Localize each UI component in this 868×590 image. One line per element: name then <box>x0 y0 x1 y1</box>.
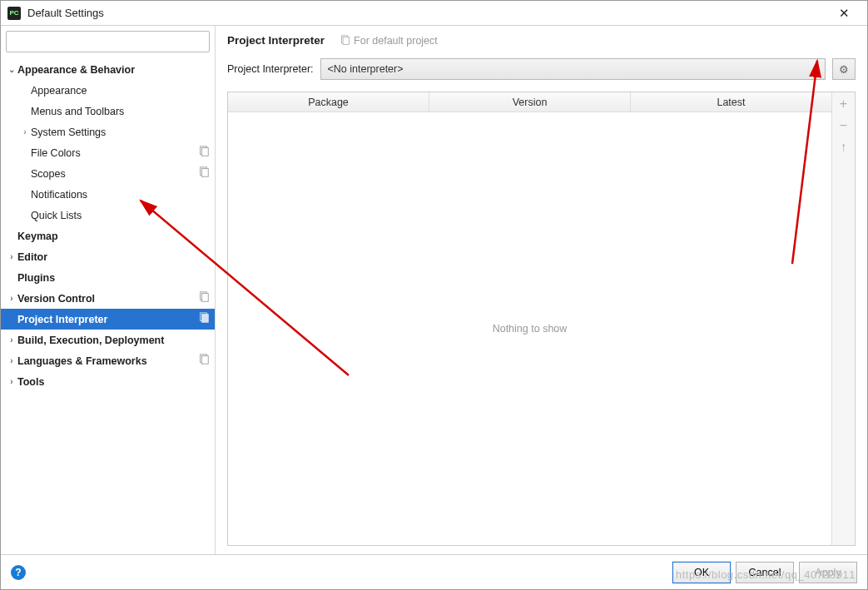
tree-item-editor[interactable]: ›Editor <box>1 246 215 267</box>
plus-icon: + <box>840 97 847 112</box>
copy-icon <box>198 166 210 181</box>
window-title: Default Settings <box>27 7 827 19</box>
chevron-down-icon: ⌄ <box>6 65 17 74</box>
tree-item-tools[interactable]: ›Tools <box>1 371 215 392</box>
tree-item-label: Notifications <box>31 189 210 201</box>
tree-item-build-execution-deployment[interactable]: ›Build, Execution, Deployment <box>1 330 215 350</box>
settings-tree: ⌄Appearance & BehaviorAppearanceMenus an… <box>1 57 215 554</box>
upgrade-package-button[interactable]: ↑ <box>836 139 852 156</box>
chevron-right-icon: › <box>6 252 17 261</box>
settings-search-input[interactable] <box>6 31 210 52</box>
chevron-right-icon: › <box>6 294 17 303</box>
col-package[interactable]: Package <box>228 92 429 112</box>
copy-icon <box>198 354 210 368</box>
tree-item-languages-frameworks[interactable]: ›Languages & Frameworks <box>1 350 215 371</box>
page-title: Project Interpreter <box>227 34 325 47</box>
tree-item-label: Appearance & Behavior <box>17 64 210 76</box>
tree-item-label: Project Interpreter <box>17 314 198 325</box>
tree-item-appearance-behavior[interactable]: ⌄Appearance & Behavior <box>1 59 215 80</box>
minus-icon: − <box>840 118 847 133</box>
tree-item-project-interpreter[interactable]: Project Interpreter <box>1 309 215 330</box>
tree-item-label: Appearance <box>31 85 210 97</box>
copy-icon <box>198 146 210 160</box>
tree-item-label: Version Control <box>17 293 198 305</box>
svg-rect-7 <box>201 315 208 323</box>
cancel-button[interactable]: Cancel <box>736 562 794 583</box>
tree-item-scopes[interactable]: Scopes <box>1 163 215 184</box>
packages-table: Package Version Latest Nothing to show <box>228 92 831 545</box>
tree-item-plugins[interactable]: Plugins <box>1 267 215 288</box>
chevron-right-icon: › <box>6 377 17 386</box>
ok-button[interactable]: OK <box>672 562 731 583</box>
page-subtitle: For default project <box>340 35 438 47</box>
tree-item-label: Tools <box>17 376 210 388</box>
tree-item-label: Quick Lists <box>31 210 210 221</box>
col-latest[interactable]: Latest <box>631 92 831 112</box>
tree-item-notifications[interactable]: Notifications <box>1 184 215 205</box>
tree-item-label: Editor <box>17 251 210 263</box>
tree-item-label: Menus and Toolbars <box>31 106 210 117</box>
tree-item-label: Scopes <box>31 168 198 180</box>
interpreter-settings-button[interactable]: ⚙ <box>832 58 856 80</box>
svg-rect-3 <box>201 169 208 177</box>
tree-item-label: Languages & Frameworks <box>17 355 198 367</box>
chevron-down-icon: ▾ <box>814 65 818 74</box>
tree-item-version-control[interactable]: ›Version Control <box>1 288 215 309</box>
app-icon: PC <box>7 7 21 20</box>
tree-item-system-settings[interactable]: ›System Settings <box>1 121 215 142</box>
chevron-right-icon: › <box>6 356 17 365</box>
close-icon[interactable]: ✕ <box>827 6 861 21</box>
help-button[interactable]: ? <box>11 565 26 580</box>
tree-item-label: System Settings <box>31 126 210 138</box>
svg-rect-9 <box>201 356 208 364</box>
interpreter-dropdown[interactable]: <No interpreter> ▾ <box>320 58 826 80</box>
empty-text: Nothing to show <box>493 323 568 335</box>
tree-item-appearance[interactable]: Appearance <box>1 80 215 101</box>
tree-item-menus-and-toolbars[interactable]: Menus and Toolbars <box>1 101 215 121</box>
remove-package-button[interactable]: − <box>836 117 852 134</box>
tree-item-label: Build, Execution, Deployment <box>17 335 210 346</box>
chevron-right-icon: › <box>19 127 31 136</box>
apply-button[interactable]: Apply <box>799 562 857 583</box>
arrow-up-icon: ↑ <box>841 140 847 155</box>
add-package-button[interactable]: + <box>836 96 852 112</box>
svg-rect-1 <box>201 148 208 156</box>
tree-item-keymap[interactable]: Keymap <box>1 226 215 246</box>
tree-item-label: Plugins <box>17 272 210 284</box>
svg-rect-5 <box>201 294 208 302</box>
tree-item-quick-lists[interactable]: Quick Lists <box>1 205 215 226</box>
tree-item-label: File Colors <box>31 147 198 159</box>
settings-sidebar: 🔍 ⌄Appearance & BehaviorAppearanceMenus … <box>1 26 216 554</box>
chevron-right-icon: › <box>6 335 17 345</box>
interpreter-label: Project Interpreter: <box>227 63 314 75</box>
copy-icon <box>198 312 210 326</box>
gear-icon: ⚙ <box>839 63 849 76</box>
interpreter-value: <No interpreter> <box>328 63 814 75</box>
copy-icon <box>198 291 210 305</box>
svg-rect-11 <box>343 37 349 44</box>
settings-main: Project Interpreter For default project … <box>216 26 867 554</box>
tree-item-label: Keymap <box>17 231 210 242</box>
col-version[interactable]: Version <box>429 92 631 112</box>
copy-icon <box>340 35 350 46</box>
tree-item-file-colors[interactable]: File Colors <box>1 142 215 163</box>
